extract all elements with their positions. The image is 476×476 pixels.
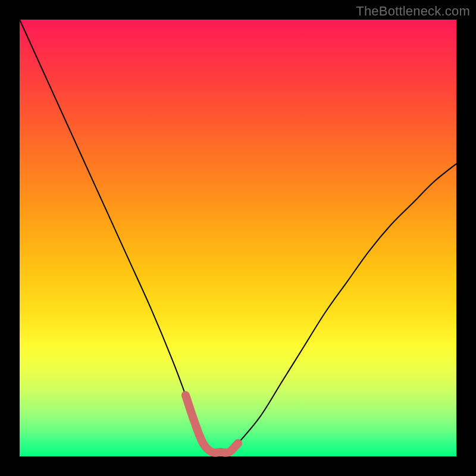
bottleneck-floor-highlight xyxy=(186,395,238,453)
bottleneck-curve xyxy=(20,20,456,453)
curve-layer xyxy=(20,20,456,456)
chart-frame: TheBottleneck.com xyxy=(0,0,476,476)
watermark-text: TheBottleneck.com xyxy=(356,4,470,19)
plot-area xyxy=(20,20,456,456)
